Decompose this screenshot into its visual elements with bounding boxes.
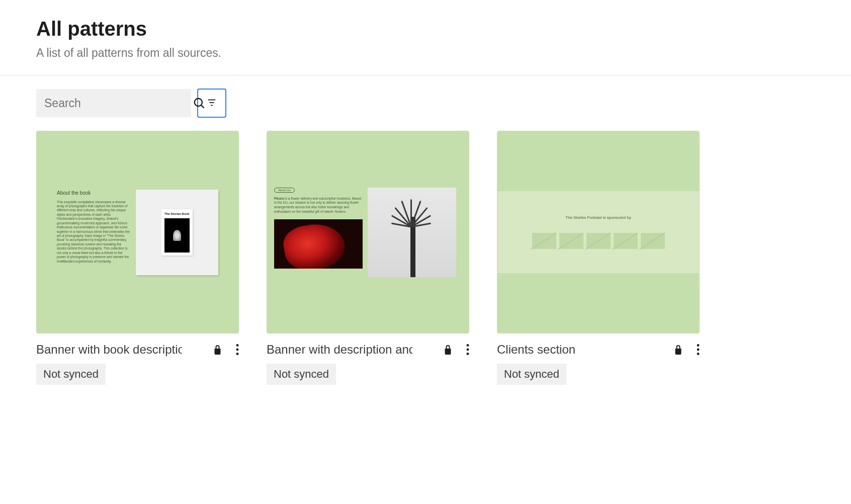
svg-point-6 xyxy=(236,349,239,351)
svg-point-8 xyxy=(467,344,469,347)
svg-point-12 xyxy=(697,349,700,351)
preview-badge: About Us xyxy=(274,188,295,193)
preview-bw-flower-image xyxy=(368,188,456,277)
svg-point-10 xyxy=(467,353,469,355)
preview-book-label: The Stories Book xyxy=(161,209,193,219)
preview-logo-placeholder xyxy=(641,233,665,249)
preview-heading: The Stories Podcast is sponsored by xyxy=(565,215,631,220)
search-icon[interactable] xyxy=(193,97,206,110)
preview-body: This exquisite compilation showcases a d… xyxy=(57,200,130,264)
pattern-meta: Banner with description and xyxy=(267,333,469,364)
lock-icon xyxy=(213,345,222,355)
sync-badge: Not synced xyxy=(36,364,106,385)
page-title: All patterns xyxy=(36,18,815,40)
filter-icon xyxy=(206,97,217,110)
pattern-title[interactable]: Banner with book descriptio xyxy=(36,343,182,357)
svg-point-5 xyxy=(236,344,239,347)
pattern-preview[interactable]: About the book This exquisite compilatio… xyxy=(36,131,239,333)
preview-heading: About the book xyxy=(57,190,130,196)
pattern-card: About the book This exquisite compilatio… xyxy=(36,131,239,385)
lock-icon xyxy=(444,345,452,355)
svg-point-11 xyxy=(697,344,700,347)
page-subtitle: A list of all patterns from all sources. xyxy=(36,46,815,60)
search-wrapper xyxy=(36,89,191,117)
pattern-preview[interactable]: The Stories Podcast is sponsored by xyxy=(497,131,700,333)
pattern-meta: Clients section xyxy=(497,333,700,364)
pattern-title[interactable]: Clients section xyxy=(497,343,575,357)
svg-point-7 xyxy=(236,353,239,355)
pattern-preview[interactable]: About Us Fleurs is a flower delivery and… xyxy=(267,131,469,333)
preview-logo-placeholder xyxy=(586,233,611,249)
toolbar xyxy=(0,75,851,118)
preview-logos xyxy=(532,233,665,249)
pattern-title[interactable]: Banner with description and xyxy=(267,343,412,357)
svg-point-13 xyxy=(697,353,700,355)
patterns-grid: About the book This exquisite compilatio… xyxy=(0,118,851,405)
sync-badge: Not synced xyxy=(497,364,566,385)
search-input[interactable] xyxy=(44,97,193,110)
more-icon[interactable] xyxy=(697,344,700,355)
svg-line-1 xyxy=(201,105,204,108)
pattern-card: About Us Fleurs is a flower delivery and… xyxy=(267,131,469,385)
preview-logo-placeholder xyxy=(614,233,638,249)
preview-red-flower-image xyxy=(274,219,363,269)
preview-logo-placeholder xyxy=(559,233,583,249)
lock-icon xyxy=(674,345,683,355)
preview-description: Fleurs is a flower delivery and subscrip… xyxy=(274,197,363,214)
sync-badge: Not synced xyxy=(267,364,336,385)
preview-book-image: The Stories Book xyxy=(136,190,218,275)
pattern-card: The Stories Podcast is sponsored by Clie… xyxy=(497,131,700,385)
pattern-meta: Banner with book descriptio xyxy=(36,333,239,364)
page-header: All patterns A list of all patterns from… xyxy=(0,0,851,75)
svg-point-0 xyxy=(195,99,202,106)
more-icon[interactable] xyxy=(466,344,469,355)
svg-point-9 xyxy=(467,349,469,351)
more-icon[interactable] xyxy=(236,344,239,355)
preview-logo-placeholder xyxy=(532,233,556,249)
